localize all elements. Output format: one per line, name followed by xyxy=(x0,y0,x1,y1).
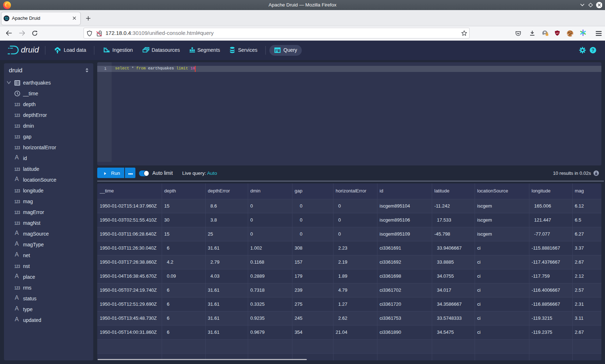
svg-text:uO: uO xyxy=(556,32,559,34)
svg-text:?: ? xyxy=(592,48,595,53)
